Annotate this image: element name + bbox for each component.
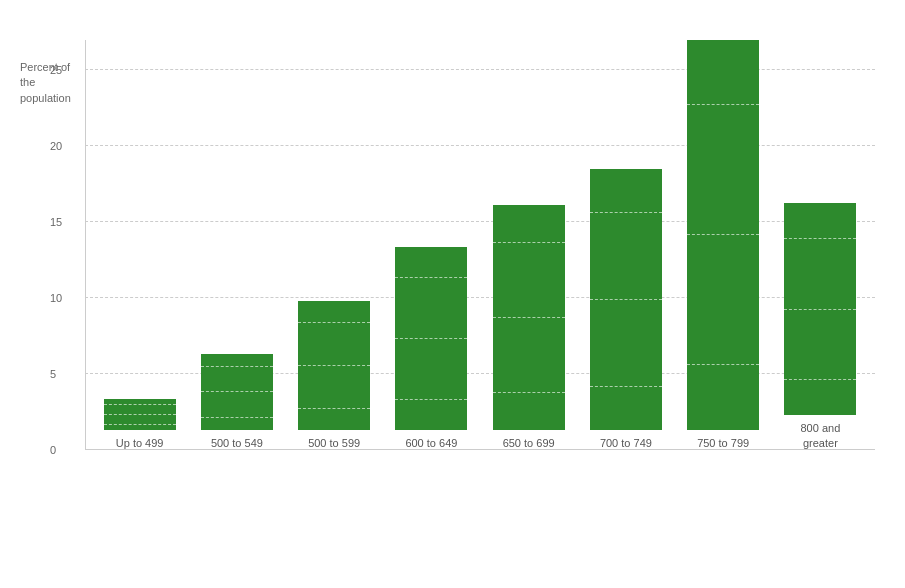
x-axis-label: 500 to 599 bbox=[308, 436, 360, 450]
bar-group: 800 and greater bbox=[776, 40, 865, 450]
grid-label: 0 bbox=[50, 444, 56, 456]
x-axis-label: 750 to 799 bbox=[697, 436, 749, 450]
bar bbox=[104, 399, 176, 429]
bar bbox=[687, 40, 759, 430]
bar-group: 700 to 749 bbox=[581, 40, 670, 450]
grid-label: 10 bbox=[50, 292, 62, 304]
x-axis-line bbox=[85, 449, 875, 450]
y-axis-line bbox=[85, 40, 86, 450]
grid-label: 25 bbox=[50, 64, 62, 76]
chart-container: Percent of the population 0510152025 Up … bbox=[0, 0, 905, 588]
grid-label: 15 bbox=[50, 216, 62, 228]
bar-group: 750 to 799 bbox=[679, 40, 768, 450]
x-axis-label: 650 to 699 bbox=[503, 436, 555, 450]
x-axis-label: 800 and greater bbox=[800, 421, 840, 450]
bar bbox=[395, 247, 467, 429]
grid-label: 20 bbox=[50, 140, 62, 152]
bar bbox=[201, 354, 273, 430]
bar-group: 650 to 699 bbox=[484, 40, 573, 450]
bar-group: Up to 499 bbox=[95, 40, 184, 450]
x-axis-label: Up to 499 bbox=[116, 436, 164, 450]
x-axis-label: 500 to 549 bbox=[211, 436, 263, 450]
bar bbox=[493, 205, 565, 430]
bar bbox=[298, 301, 370, 430]
bars-container: Up to 499500 to 549500 to 599600 to 6496… bbox=[85, 40, 875, 450]
bar bbox=[784, 203, 856, 416]
bar bbox=[590, 169, 662, 430]
bar-group: 600 to 649 bbox=[387, 40, 476, 450]
grid-label: 5 bbox=[50, 368, 56, 380]
bar-group: 500 to 549 bbox=[192, 40, 281, 450]
plot-area: 0510152025 Up to 499500 to 549500 to 599… bbox=[85, 40, 875, 450]
chart-area: Percent of the population 0510152025 Up … bbox=[20, 30, 885, 510]
x-axis-label: 600 to 649 bbox=[405, 436, 457, 450]
x-axis-label: 700 to 749 bbox=[600, 436, 652, 450]
bar-group: 500 to 599 bbox=[290, 40, 379, 450]
